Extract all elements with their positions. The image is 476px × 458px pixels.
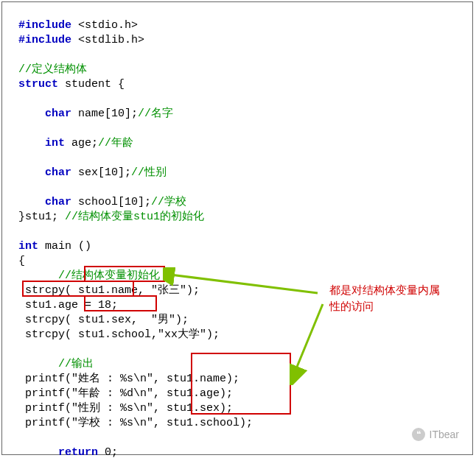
code-block: #include <stdio.h> #include <stdlib.h> /…	[2, 2, 472, 458]
annotation-text: 都是对结构体变量内属 性的访问	[329, 282, 462, 314]
keyword-include: #include	[18, 34, 71, 46]
comment: //定义结构体	[18, 63, 87, 76]
code-screenshot: #include <stdio.h> #include <stdlib.h> /…	[1, 1, 473, 455]
wechat-icon: ❝	[412, 428, 425, 441]
keyword-struct: struct	[18, 78, 58, 91]
watermark: ❝ ITbear	[412, 428, 459, 441]
watermark-text: ITbear	[430, 429, 459, 440]
keyword-include: #include	[18, 19, 71, 32]
